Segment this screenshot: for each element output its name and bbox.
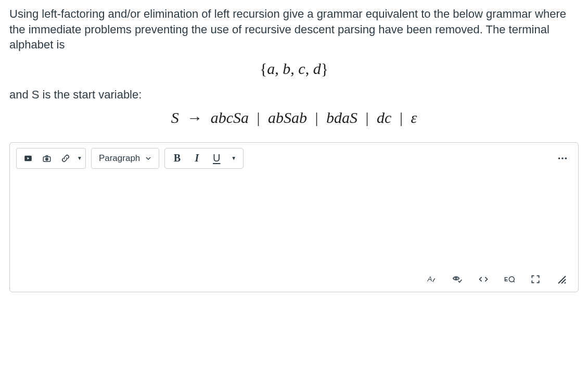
camera-button[interactable] (39, 150, 55, 167)
accessibility-checker-button[interactable]: A (424, 272, 439, 287)
text-format-group: B I U ▼ (164, 148, 244, 169)
svg-point-4 (558, 157, 560, 159)
record-media-button[interactable] (20, 150, 36, 167)
more-tools-button[interactable] (553, 149, 572, 168)
terminal-alphabet: {a, b, c, d} (9, 60, 579, 78)
link-button[interactable] (57, 150, 74, 167)
editor-toolbar: ▼ Paragraph B I U ▼ (10, 143, 578, 174)
svg-point-10 (509, 277, 514, 282)
editor-statusbar: A E (10, 268, 578, 292)
resize-handle[interactable] (554, 272, 569, 287)
a11y-icon: A (426, 274, 437, 284)
italic-button[interactable]: I (187, 150, 207, 167)
equation-button[interactable]: E (502, 272, 517, 287)
svg-point-5 (561, 157, 564, 159)
resize-icon (556, 274, 567, 284)
bold-button[interactable]: B (167, 150, 187, 167)
question-intro: Using left-factoring and/or elimination … (9, 6, 579, 53)
svg-line-14 (565, 282, 566, 283)
word-count-button[interactable] (450, 272, 465, 287)
svg-text:E: E (504, 276, 508, 282)
underline-button[interactable]: U (207, 150, 226, 167)
media-dropdown-caret[interactable]: ▼ (77, 155, 82, 161)
dots-icon (557, 153, 568, 164)
question-intro-2: and S is the start variable: (9, 87, 579, 103)
svg-text:A: A (427, 275, 432, 283)
chevron-down-icon (145, 155, 151, 161)
media-group: ▼ (16, 148, 86, 169)
fullscreen-icon (530, 274, 541, 284)
html-view-button[interactable] (476, 272, 491, 287)
svg-point-8 (455, 277, 457, 279)
format-dropdown-caret[interactable]: ▼ (226, 155, 241, 161)
editor-content-area[interactable] (10, 174, 578, 268)
svg-line-11 (514, 281, 515, 282)
fullscreen-button[interactable] (528, 272, 543, 287)
grammar-rule: S → abcSa | abSab | bdaS | dc | ε (9, 109, 579, 127)
play-box-icon (23, 154, 33, 163)
svg-point-6 (565, 157, 567, 159)
block-format-label: Paragraph (99, 153, 140, 164)
svg-point-3 (46, 159, 47, 160)
equation-icon: E (504, 274, 515, 284)
rich-text-editor: ▼ Paragraph B I U ▼ A (9, 142, 579, 292)
link-icon (61, 154, 70, 163)
eye-check-icon (452, 274, 463, 284)
block-format-dropdown[interactable]: Paragraph (91, 148, 159, 169)
code-icon (478, 274, 489, 284)
camera-icon (42, 154, 52, 163)
